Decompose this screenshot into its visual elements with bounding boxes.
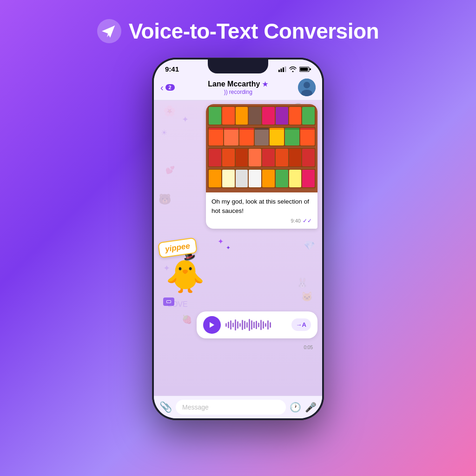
recording-wave-icon: )): [224, 89, 228, 95]
contact-name-row: Lane Mccarthy ★: [178, 80, 298, 88]
back-button[interactable]: ‹ 2: [160, 82, 175, 93]
telegram-icon: [97, 19, 121, 43]
sticker-message: yippee ✦ ✦ 🐥 🎩: [159, 236, 238, 292]
svg-rect-3: [281, 68, 282, 72]
status-icons: [278, 66, 311, 72]
message-icon-indicator: [163, 298, 174, 306]
svg-point-10: [304, 82, 310, 88]
messages-list: Oh my god, look at this selection of hot…: [154, 100, 322, 354]
svg-rect-5: [285, 66, 286, 72]
contact-name: Lane Mccarthy: [208, 80, 260, 88]
signal-icon: [278, 66, 286, 72]
sticker-text: yippee: [165, 241, 191, 253]
svg-rect-2: [278, 70, 280, 72]
clock-emoji-icon[interactable]: 🕐: [290, 402, 301, 413]
voice-message-bubble[interactable]: →A: [197, 311, 317, 338]
duck-sticker: 🐥: [165, 260, 205, 292]
contact-avatar[interactable]: [298, 79, 316, 96]
message-input[interactable]: Message: [176, 400, 286, 415]
phone-content: 9:41: [154, 60, 322, 418]
chat-header: ‹ 2 Lane Mccarthy ★ )) recording: [154, 75, 322, 100]
image-message: Oh my god, look at this selection of hot…: [206, 104, 317, 229]
attach-icon[interactable]: 📎: [159, 401, 172, 413]
voice-message-duration: 0:05: [304, 345, 313, 350]
page-title: Voice-to-Text Conversion: [129, 19, 379, 44]
wifi-icon: [289, 66, 297, 72]
recording-status: recording: [229, 89, 252, 95]
convert-to-text-button[interactable]: →A: [291, 318, 311, 331]
svg-rect-8: [310, 68, 311, 70]
chat-info: Lane Mccarthy ★ )) recording: [178, 80, 298, 95]
phone-notch: [208, 60, 268, 73]
chat-area: 🌸 ✦ 🍒 ☀ ♦ 🐻 💎 ✦ 🐰 LOVE 🐱 🍓 🦋 💕: [154, 100, 322, 396]
image-caption: Oh my god, look at this selection of hot…: [212, 198, 309, 214]
message-time: 9:40: [291, 218, 301, 224]
message-placeholder: Message: [182, 403, 209, 411]
play-button[interactable]: [203, 316, 221, 334]
chat-status: )) recording: [178, 89, 298, 95]
phone-outer: 9:41: [152, 58, 324, 420]
chat-input-area: 📎 Message 🕐 🎤: [154, 396, 322, 418]
sparkle-icon-1: ✦: [218, 237, 224, 246]
avatar-image: [298, 79, 316, 96]
status-time: 9:41: [165, 65, 179, 73]
message-check: ✓✓: [303, 218, 312, 224]
back-chevron: ‹: [160, 82, 164, 93]
message-meta: 9:40 ✓✓: [212, 218, 312, 224]
star-icon: ★: [262, 80, 268, 88]
audio-waveform: [225, 318, 287, 332]
battery-icon: [299, 66, 311, 72]
svg-rect-7: [300, 67, 308, 71]
back-badge: 2: [165, 84, 175, 91]
phone-mockup: 9:41: [152, 58, 324, 420]
svg-rect-4: [283, 67, 284, 72]
microphone-icon[interactable]: 🎤: [305, 402, 317, 413]
sparkle-icon-2: ✦: [226, 245, 231, 251]
phone-inner: 9:41: [154, 60, 322, 418]
page-header: Voice-to-Text Conversion: [97, 19, 379, 44]
